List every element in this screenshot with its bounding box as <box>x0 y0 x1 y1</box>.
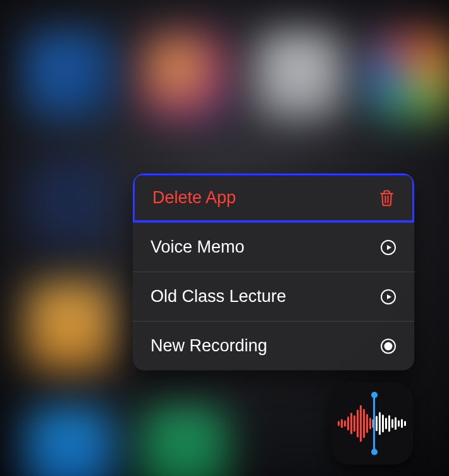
play-icon <box>379 239 398 256</box>
menu-item-old-class-lecture[interactable]: Old Class Lecture <box>133 272 414 321</box>
menu-item-delete-app[interactable]: Delete App <box>133 173 414 222</box>
voice-memos-app-icon[interactable] <box>331 382 413 465</box>
menu-item-label: Voice Memo <box>151 237 379 257</box>
menu-item-new-recording[interactable]: New Recording <box>133 321 414 370</box>
menu-item-label: Old Class Lecture <box>151 287 379 306</box>
menu-item-voice-memo[interactable]: Voice Memo <box>133 222 414 272</box>
record-icon <box>379 338 398 354</box>
svg-marker-5 <box>387 294 391 299</box>
context-menu: Delete App Voice Memo Old Class Lecture … <box>133 173 414 370</box>
trash-icon <box>377 189 396 207</box>
menu-item-label: New Recording <box>151 336 379 356</box>
menu-item-label: Delete App <box>152 188 377 208</box>
svg-point-7 <box>384 342 393 350</box>
waveform-icon <box>338 399 406 448</box>
svg-marker-3 <box>387 245 391 250</box>
play-icon <box>379 289 398 305</box>
